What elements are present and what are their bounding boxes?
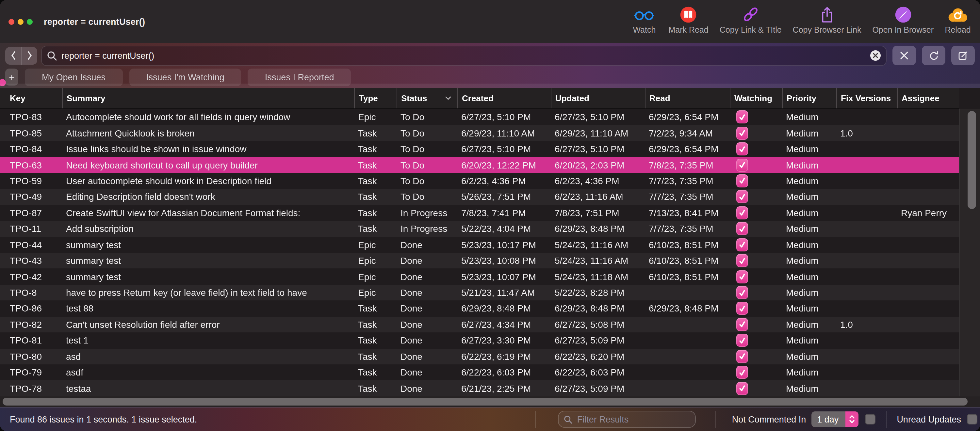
- filter-results-input[interactable]: Filter Results: [558, 411, 696, 428]
- column-header-priority[interactable]: Priority: [782, 88, 836, 108]
- query-input[interactable]: reporter = currentUser(): [41, 45, 886, 66]
- table-row[interactable]: TPO-59 User autocomplete should work in …: [0, 173, 959, 189]
- zoom-window-button[interactable]: [27, 19, 33, 24]
- table-row[interactable]: TPO-79 asdf Task Done 6/22/23, 6:03 PM 6…: [0, 364, 959, 380]
- checkmark-icon: [738, 288, 746, 297]
- cell-created: 5/22/23, 4:04 PM: [457, 221, 551, 237]
- column-header-assignee[interactable]: Assignee: [897, 88, 959, 108]
- watching-checkbox[interactable]: [736, 110, 748, 123]
- column-header-type[interactable]: Type: [354, 88, 396, 108]
- checkmark-icon: [738, 113, 746, 121]
- watching-checkbox[interactable]: [736, 190, 748, 204]
- column-header-fix-versions[interactable]: Fix Versions: [836, 88, 897, 108]
- watching-checkbox[interactable]: [736, 302, 748, 315]
- table-row[interactable]: TPO-49 Editing Description field doesn't…: [0, 189, 959, 205]
- cell-summary: Create SwiftUI view for Atlassian Docume…: [62, 205, 354, 221]
- cell-fix-versions: [836, 189, 897, 205]
- cell-watching: [730, 189, 782, 205]
- watching-checkbox[interactable]: [736, 382, 748, 395]
- cell-priority: Medium: [782, 221, 836, 237]
- watching-checkbox[interactable]: [736, 238, 748, 251]
- cancel-query-button[interactable]: [892, 46, 916, 65]
- column-header-key[interactable]: Key: [0, 88, 62, 108]
- table-row[interactable]: TPO-85 Attachment Quicklook is broken Ta…: [0, 125, 959, 141]
- watch-button[interactable]: Watch: [631, 6, 657, 34]
- close-window-button[interactable]: [8, 19, 14, 24]
- table-row[interactable]: TPO-82 Can't unset Resolution field afte…: [0, 316, 959, 332]
- column-header-summary[interactable]: Summary: [62, 88, 354, 108]
- back-button[interactable]: [5, 47, 21, 64]
- horizontal-scrollbar-track[interactable]: [0, 396, 980, 407]
- cell-fix-versions: [836, 157, 897, 173]
- table-row[interactable]: TPO-86 test 88 Task Done 6/29/23, 8:48 P…: [0, 301, 959, 317]
- add-tab-button[interactable]: +: [5, 68, 18, 86]
- watching-checkbox[interactable]: [736, 318, 748, 331]
- cell-assignee: [897, 253, 959, 269]
- column-header-created[interactable]: Created: [457, 88, 551, 108]
- watching-checkbox[interactable]: [736, 126, 748, 140]
- cell-updated: 6/27/23, 5:09 PM: [551, 332, 645, 348]
- tab-my-open-issues[interactable]: My Open Issues: [25, 68, 123, 86]
- watching-checkbox[interactable]: [736, 158, 748, 172]
- column-header-read[interactable]: Read: [645, 88, 730, 108]
- vertical-scrollbar-thumb[interactable]: [967, 111, 976, 209]
- watching-checkbox[interactable]: [736, 174, 748, 188]
- refresh-query-button[interactable]: [922, 46, 945, 65]
- cell-key: TPO-81: [0, 332, 62, 348]
- table-row[interactable]: TPO-11 Add subscription Task In Progress…: [0, 221, 959, 237]
- watching-checkbox[interactable]: [736, 254, 748, 267]
- table-row[interactable]: TPO-81 test 1 Task Done 6/27/23, 3:30 PM…: [0, 332, 959, 348]
- table-row[interactable]: TPO-80 asd Task Done 6/22/23, 6:19 PM 6/…: [0, 348, 959, 364]
- watching-checkbox[interactable]: [736, 142, 748, 156]
- watching-checkbox[interactable]: [736, 286, 748, 299]
- vertical-scrollbar-track[interactable]: [959, 109, 980, 396]
- tab-issues-i-reported[interactable]: Issues I Reported: [248, 68, 351, 86]
- cell-key: TPO-82: [0, 316, 62, 332]
- copy-link-title-button[interactable]: Copy Link & TItle: [720, 6, 782, 34]
- not-commented-in-select[interactable]: 1 day: [811, 412, 858, 427]
- horizontal-scrollbar-thumb[interactable]: [3, 398, 967, 406]
- copy-browser-link-button[interactable]: Copy Browser Link: [793, 6, 861, 34]
- open-in-browser-button[interactable]: Open In Browser: [872, 6, 934, 34]
- checkmark-icon: [738, 272, 746, 281]
- watching-checkbox[interactable]: [736, 223, 748, 235]
- not-commented-in-checkbox[interactable]: [865, 414, 875, 425]
- cell-priority: Medium: [782, 237, 836, 253]
- unread-updates-checkbox[interactable]: [967, 414, 977, 425]
- new-query-button[interactable]: [951, 46, 975, 65]
- table-row[interactable]: TPO-83 Autocomplete should work for all …: [0, 109, 959, 125]
- column-header-watching[interactable]: Watching: [730, 88, 782, 108]
- cell-priority: Medium: [782, 253, 836, 269]
- cell-key: TPO-42: [0, 269, 62, 285]
- column-header-updated[interactable]: Updated: [551, 88, 645, 108]
- mark-read-button[interactable]: Mark Read: [668, 6, 708, 34]
- column-header-status[interactable]: Status: [396, 88, 457, 108]
- cell-summary: Add subscription: [62, 221, 354, 237]
- table-row[interactable]: TPO-78 testaa Task Done 6/21/23, 2:25 PM…: [0, 380, 959, 396]
- not-commented-in-label: Not Commented In: [732, 414, 806, 424]
- watching-checkbox[interactable]: [736, 334, 748, 347]
- cell-fix-versions: [836, 109, 897, 125]
- watching-checkbox[interactable]: [736, 206, 748, 219]
- table-row[interactable]: TPO-87 Create SwiftUI view for Atlassian…: [0, 205, 959, 221]
- minimize-window-button[interactable]: [18, 19, 24, 24]
- clear-query-button[interactable]: [870, 50, 881, 61]
- table-row[interactable]: TPO-84 Issue links should be shown in is…: [0, 141, 959, 157]
- cell-read: 6/29/23, 6:54 PM: [645, 109, 730, 125]
- watching-checkbox[interactable]: [736, 350, 748, 363]
- watching-checkbox[interactable]: [736, 366, 748, 379]
- table-row[interactable]: TPO-8 have to press Return key (or leave…: [0, 285, 959, 301]
- table-row[interactable]: TPO-63 Need keyboard shortcut to call up…: [0, 157, 959, 173]
- table-row[interactable]: TPO-43 summary test Epic Done 5/23/23, 1…: [0, 253, 959, 269]
- reload-button[interactable]: Reload: [945, 6, 971, 34]
- cell-priority: Medium: [782, 364, 836, 380]
- cell-assignee: [897, 173, 959, 189]
- cell-read: [645, 380, 730, 396]
- checkmark-icon: [738, 336, 746, 345]
- table-row[interactable]: TPO-44 summary test Epic Done 5/23/23, 1…: [0, 237, 959, 253]
- tab-issues-im-watching[interactable]: Issues I'm Watching: [129, 68, 242, 86]
- table-row[interactable]: TPO-42 summary test Epic Done 5/23/23, 1…: [0, 269, 959, 285]
- watching-checkbox[interactable]: [736, 270, 748, 283]
- forward-button[interactable]: [21, 47, 37, 64]
- cell-created: 5/23/23, 10:07 PM: [457, 269, 551, 285]
